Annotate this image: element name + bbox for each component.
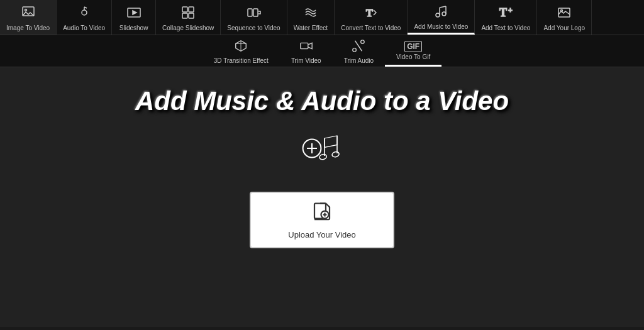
second-nav-label-video-to-gif: Video To Gif	[396, 53, 430, 60]
svg-point-13	[442, 12, 446, 16]
main-content: Add Music & Audio to a Video	[0, 67, 644, 327]
trim-audio-icon	[352, 39, 365, 56]
second-nav-label-3d-transition: 3D Transition Effect	[214, 57, 269, 64]
svg-point-25	[353, 48, 357, 52]
svg-point-12	[436, 13, 440, 17]
svg-point-2	[82, 10, 87, 15]
sequence-to-video-icon	[247, 5, 262, 23]
svg-point-32	[319, 153, 327, 160]
convert-text-to-video-icon: T	[364, 5, 379, 23]
svg-line-16	[440, 6, 446, 8]
nav-label-convert-text-to-video: Convert Text to Video	[341, 25, 401, 31]
3d-transition-icon	[234, 39, 248, 56]
second-nav-label-trim-audio: Trim Audio	[344, 57, 374, 64]
image-to-video-icon	[21, 5, 36, 23]
upload-icon	[311, 201, 333, 228]
svg-rect-8	[189, 13, 194, 18]
music-illustration	[297, 129, 347, 173]
svg-rect-9	[248, 9, 252, 16]
nav-item-image-to-video[interactable]: Image To Video	[0, 0, 57, 35]
upload-box[interactable]: Upload Your Video	[250, 192, 394, 248]
nav-label-add-your-logo: Add Your Logo	[543, 25, 585, 31]
music-icon-area	[297, 129, 347, 173]
add-your-logo-icon	[557, 5, 572, 23]
svg-rect-7	[182, 13, 187, 18]
nav-label-collage-slideshow: Collage Slideshow	[162, 25, 214, 31]
nav-item-convert-text-to-video[interactable]: T Convert Text to Video	[335, 0, 408, 35]
svg-point-1	[25, 9, 26, 11]
nav-item-video-to-gif[interactable]: GIF Video To Gif	[385, 35, 441, 67]
add-text-to-video-icon: T+	[498, 5, 513, 23]
nav-label-water-effect: Water Effect	[294, 25, 328, 31]
svg-rect-6	[189, 7, 194, 12]
collage-slideshow-icon	[180, 5, 196, 23]
nav-item-collage-slideshow[interactable]: Collage Slideshow	[156, 0, 221, 35]
nav-item-trim-video[interactable]: Trim Video	[280, 35, 333, 67]
add-music-to-video-icon	[433, 4, 448, 22]
svg-rect-5	[182, 7, 187, 12]
slideshow-icon	[126, 5, 142, 23]
nav-label-audio-to-video: Audio To Video	[63, 25, 105, 31]
nav-item-add-your-logo[interactable]: Add Your Logo	[537, 0, 592, 35]
nav-label-image-to-video: Image To Video	[6, 25, 50, 31]
nav-item-water-effect[interactable]: Water Effect	[287, 0, 335, 35]
second-nav: 3D Transition Effect Trim Video Trim Aud…	[0, 35, 644, 67]
svg-rect-10	[253, 9, 258, 16]
nav-label-slideshow: Slideshow	[119, 25, 148, 31]
nav-item-slideshow[interactable]: Slideshow	[112, 0, 156, 35]
nav-item-trim-audio[interactable]: Trim Audio	[333, 35, 385, 67]
trim-video-icon	[299, 39, 313, 56]
svg-point-20	[561, 9, 563, 11]
top-nav: Image To Video Audio To Video Slideshow …	[0, 0, 644, 35]
second-nav-label-trim-video: Trim Video	[291, 57, 321, 64]
svg-text:+: +	[508, 6, 513, 14]
svg-point-26	[361, 40, 365, 44]
nav-label-sequence-to-video: Sequence to Video	[227, 25, 280, 31]
svg-marker-4	[133, 11, 136, 14]
nav-item-add-music-to-video[interactable]: Add Music to Video	[408, 0, 475, 35]
page-title: Add Music & Audio to a Video	[135, 86, 509, 116]
svg-point-33	[331, 151, 340, 158]
water-effect-icon	[303, 5, 318, 23]
svg-text:T: T	[366, 8, 373, 18]
nav-item-3d-transition[interactable]: 3D Transition Effect	[203, 35, 280, 67]
svg-rect-23	[301, 43, 308, 48]
nav-item-sequence-to-video[interactable]: Sequence to Video	[221, 0, 287, 35]
nav-label-add-text-to-video: Add Text to Video	[481, 25, 530, 31]
language-section: Choose language English Spanish French G…	[0, 327, 644, 330]
upload-label: Upload Your Video	[288, 230, 355, 239]
audio-to-video-icon	[77, 5, 92, 23]
video-to-gif-icon: GIF	[404, 41, 422, 52]
upload-section: Upload Your Video	[250, 192, 394, 248]
nav-label-add-music-to-video: Add Music to Video	[414, 23, 468, 30]
nav-item-add-text-to-video[interactable]: T+ Add Text to Video	[475, 0, 537, 35]
svg-text:T: T	[499, 6, 507, 19]
nav-item-audio-to-video[interactable]: Audio To Video	[57, 0, 112, 35]
